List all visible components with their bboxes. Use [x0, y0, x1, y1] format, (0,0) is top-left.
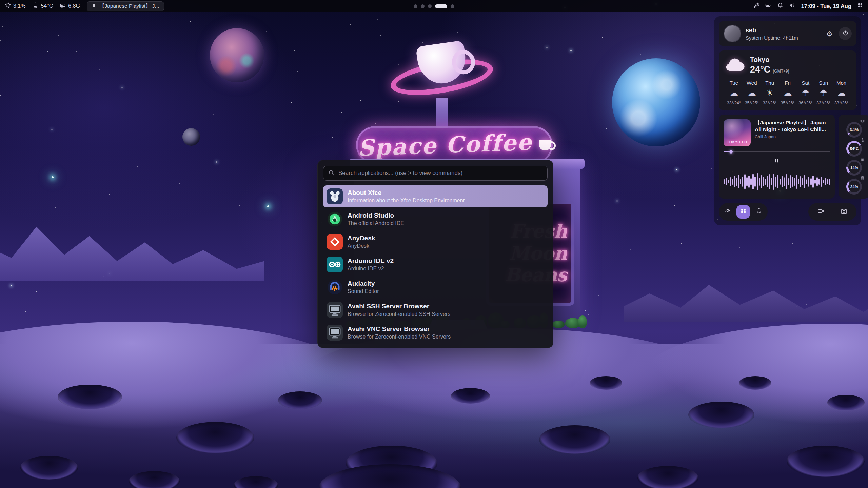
stat-value: 14% — [848, 162, 860, 174]
disk-icon — [860, 176, 865, 180]
launcher-item-about-xfce[interactable]: About XfceInformation about the Xfce Des… — [323, 185, 548, 207]
album-art[interactable]: TOKYO LO — [724, 119, 751, 146]
workspace-dot-4[interactable] — [435, 4, 447, 8]
power-button[interactable] — [839, 27, 852, 40]
audio-waveform — [724, 170, 830, 194]
cloud-icon: ☁ — [779, 88, 797, 98]
battery-icon[interactable] — [765, 2, 771, 10]
forecast-mon: Mon☁33°/26° — [832, 80, 850, 105]
workspace-dot-2[interactable] — [421, 4, 425, 8]
now-playing-pill[interactable]: 【Japanese Playlist】 J... — [87, 1, 164, 11]
pause-icon — [774, 158, 780, 165]
glow-star — [52, 176, 54, 178]
app-title: Android Studio — [348, 212, 404, 220]
cloud-icon: ☁ — [725, 88, 743, 98]
shield-icon — [756, 208, 762, 216]
server-browser-icon — [327, 325, 343, 341]
glow-star — [267, 205, 269, 207]
album-art-text: TOKYO LO — [724, 140, 751, 144]
launcher-item-anydesk[interactable]: AnyDeskAnyDesk — [323, 231, 548, 253]
track-progress-bar[interactable] — [724, 151, 830, 152]
workspace-dot-1[interactable] — [414, 4, 417, 8]
cloud-icon: ☁ — [743, 88, 761, 98]
privacy-shield-button[interactable] — [752, 205, 766, 219]
mountains-left — [0, 203, 264, 281]
top-bar: 3.1% 54°C 6.8G 【Japanese Playlist】 J... … — [0, 0, 868, 12]
android-studio-icon — [327, 211, 343, 227]
app-description: Browse for Zeroconf-enabled VNC Servers — [348, 334, 451, 340]
cpu-icon — [5, 2, 11, 10]
screenshot-button[interactable] — [833, 205, 854, 219]
stat-value: 54°C — [848, 143, 860, 155]
system-uptime: System Uptime: 4h11m — [746, 35, 798, 41]
launcher-item-arduino-ide-v2[interactable]: Arduino IDE v2Arduino IDE v2 — [323, 253, 548, 276]
search-input[interactable] — [338, 170, 542, 177]
progress-handle[interactable] — [729, 150, 733, 154]
launcher-item-avahi-ssh-server-browser[interactable]: Avahi SSH Server BrowserBrowse for Zeroc… — [323, 299, 548, 321]
cpu-usage-value: 3.1% — [13, 3, 25, 9]
clock[interactable]: 17:09 - Tue, 19 Aug — [801, 3, 851, 9]
app-description: Browse for Zeroconf-enabled SSH Servers — [348, 311, 450, 317]
screen-record-button[interactable] — [810, 205, 831, 219]
arduino-icon — [327, 257, 343, 272]
moon-surface — [0, 344, 868, 488]
workspace-dot-3[interactable] — [428, 4, 432, 8]
app-description: Arduino IDE v2 — [348, 266, 394, 272]
app-title: Arduino IDE v2 — [348, 257, 394, 265]
cpu-usage-indicator[interactable]: 3.1% — [5, 2, 25, 10]
thermometer-icon — [860, 138, 865, 142]
user-name: seb — [746, 27, 798, 34]
forecast-sat: Sat☂36°/26° — [796, 80, 814, 105]
avatar[interactable] — [724, 25, 741, 42]
app-launcher: About XfceInformation about the Xfce Des… — [317, 160, 553, 348]
power-icon — [842, 30, 849, 38]
play-pause-button[interactable] — [770, 156, 783, 166]
memory-value: 6.8G — [68, 3, 80, 9]
tools-icon[interactable] — [753, 2, 760, 10]
track-artist: Chill Japan. — [755, 135, 830, 139]
search-icon — [328, 169, 335, 177]
cloud-icon: ☁ — [832, 88, 850, 98]
temperature-indicator[interactable]: 54°C — [32, 2, 53, 10]
app-title: AnyDesk — [348, 235, 375, 242]
app-title: About Xfce — [348, 189, 465, 197]
forecast-wed: Wed☁35°/25° — [743, 80, 761, 105]
launcher-item-avahi-vnc-server-browser[interactable]: Avahi VNC Server BrowserBrowse for Zeroc… — [323, 322, 548, 344]
dashboard-toggle-button[interactable] — [721, 205, 734, 219]
forecast-sun: Sun☂33°/26° — [814, 80, 832, 105]
app-grid-icon[interactable] — [857, 2, 863, 10]
stat-value: 24% — [848, 181, 860, 192]
memory-indicator[interactable]: 6.8G — [60, 2, 80, 10]
neon-sign-text: Space Coffee — [357, 129, 533, 161]
audacity-icon — [327, 279, 343, 295]
gear-icon: ⚙ — [826, 30, 833, 37]
xfce-logo-icon — [327, 188, 343, 204]
launcher-item-audacity[interactable]: AudacitySound Editor — [323, 276, 548, 298]
forecast-fri: Fri☁35°/26° — [779, 80, 797, 105]
cpu-icon — [860, 119, 865, 123]
notifications-bell-icon[interactable] — [777, 2, 783, 10]
server-browser-icon — [327, 302, 343, 318]
settings-button[interactable]: ⚙ — [823, 27, 836, 40]
app-launcher-button[interactable] — [736, 205, 750, 219]
profile-card: seb System Uptime: 4h11m ⚙ — [719, 21, 856, 46]
volume-icon[interactable] — [789, 2, 795, 10]
camera-icon — [841, 208, 847, 216]
memory-icon — [60, 2, 66, 10]
media-player-card: TOKYO LO 【Japanese Playlist】 Japan All N… — [719, 115, 835, 199]
workspace-dot-5[interactable] — [451, 4, 454, 8]
launcher-results: About XfceInformation about the Xfce Des… — [323, 185, 548, 344]
app-title: Audacity — [348, 280, 379, 288]
left-button-group — [719, 203, 768, 221]
right-button-group — [808, 203, 856, 221]
app-description: The official Android IDE — [348, 220, 404, 226]
sign-mount — [436, 98, 448, 128]
launcher-search[interactable] — [323, 166, 548, 181]
app-title: Avahi VNC Server Browser — [348, 325, 451, 333]
weather-city: Tokyo — [750, 56, 789, 64]
sun-icon: ☀ — [761, 88, 779, 98]
cloud-icon — [725, 57, 745, 74]
planet-purple — [210, 28, 264, 82]
launcher-item-android-studio[interactable]: Android StudioThe official Android IDE — [323, 208, 548, 230]
workspace-indicator[interactable] — [414, 0, 454, 12]
